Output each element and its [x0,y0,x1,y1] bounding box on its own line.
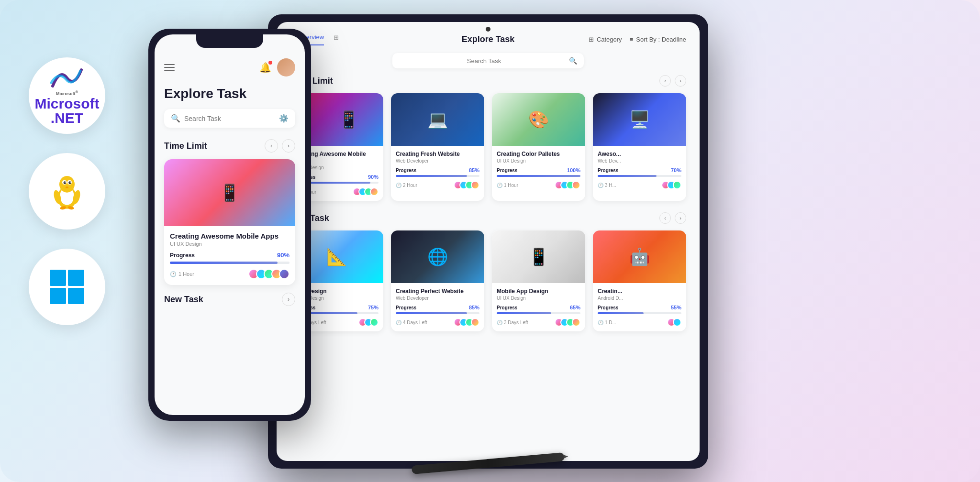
phone-header: 🔔 [164,58,295,77]
tablet-header: ⊞ Overview ⊞ Explore Task ⊞ Category [290,33,686,45]
tablet-second-section-header: New Task ‹ › [290,212,686,224]
tablet-card: 🎨 Creating Color Palletes UI UX Design P… [492,93,585,201]
phone-screen: 🔔 Explore Task 🔍 ⚙️ Time Limit ‹ › [155,34,305,415]
progress-percent: 90% [277,252,290,259]
tablet-next-arrow[interactable]: › [675,75,686,87]
tablet-header-right: ⊞ Category ≡ Sort By : Deadline [589,36,686,43]
tablet-card-image: 💻 [391,93,484,146]
time-limit-title: Time Limit [164,141,207,151]
search-input[interactable] [184,115,279,122]
progress-bar-bg [170,262,290,264]
prev-arrow[interactable]: ‹ [265,139,278,153]
tablet-page-title: Explore Task [462,34,515,44]
tablet-card: 💻 Creating Fresh Website Web Developer P… [391,93,484,201]
tab2-icon: ⊞ [334,34,339,41]
tablet-card: 🌐 Creating Perfect Website Web Developer… [391,230,484,331]
search-icon: 🔍 [171,114,180,123]
task-name: Creating Awesome Mobile Apps [170,232,290,240]
time-limit-nav: ‹ › [265,139,295,153]
clock-icon: 🕐 [170,271,177,277]
tablet-prev-arrow[interactable]: ‹ [659,75,671,87]
tablet-card-image: 🎨 [492,93,585,146]
task-avatars [248,269,290,279]
windows-icon [48,268,86,306]
sort-button[interactable]: ≡ Sort By : Deadline [630,36,686,43]
category-button[interactable]: ⊞ Category [589,36,622,43]
new-task-section: New Task › [164,293,295,306]
svg-point-8 [70,182,71,183]
notification-bell[interactable]: 🔔 [259,62,271,73]
tablet-card: 📱 Mobile App Design UI UX Design Progres… [492,230,585,331]
tab-second[interactable]: ⊞ [334,34,339,45]
tablet-card-partial: 🖥️ Aweso... Web Dev... Progress 70% 🕐3 H… [593,93,686,201]
task-time: 🕐 1 Hour [170,271,194,277]
time-limit-section-header: Time Limit ‹ › [164,139,295,153]
svg-rect-16 [50,288,66,304]
tech-logos-container: Microsoft® Microsoft .NET [29,57,105,325]
sort-icon: ≡ [630,36,634,43]
task-card: 📱 Creating Awesome Mobile Apps UI UX Des… [164,159,295,285]
tablet-second-next-arrow[interactable]: › [675,212,686,224]
svg-rect-15 [68,270,84,286]
svg-rect-17 [68,288,84,304]
phone-page-title: Explore Task [164,86,295,101]
svg-point-7 [65,182,66,183]
tablet-device: ⊞ Overview ⊞ Explore Task ⊞ Category [268,14,708,469]
tablet-card-partial: 🤖 Creatin... Android D... Progress 55% 🕐… [593,230,686,331]
task-category: UI UX Design [170,241,290,247]
phone-device: 🔔 Explore Task 🔍 ⚙️ Time Limit ‹ › [148,29,311,421]
dotnet-logo: Microsoft® Microsoft .NET [29,57,105,134]
tablet-search-bar[interactable]: 🔍 [392,53,584,68]
linux-penguin-icon [48,172,86,210]
tablet-time-limit-header: Time Limit ‹ › [290,75,686,87]
progress-bar-fill [170,262,278,264]
tablet-time-limit-nav: ‹ › [659,75,686,87]
tablet-search-input[interactable] [399,57,569,65]
tablet-camera [486,27,490,32]
next-arrow[interactable]: › [282,139,295,153]
menu-icon[interactable] [164,64,175,71]
tablet-second-prev-arrow[interactable]: ‹ [659,212,671,224]
progress-label: Progress [170,252,195,259]
windows-logo [29,249,105,325]
tablet-search-icon: 🔍 [569,57,577,65]
svg-point-2 [59,176,75,193]
tablet-top-cards: 📱 Creating Awesome Mobile Apps UI UX Des… [290,93,686,201]
phone-notch [196,34,263,48]
phone-search-bar[interactable]: 🔍 ⚙️ [164,109,295,128]
tablet-bottom-cards: 📐 App Design UI UX Design Progress 75% 🕐… [290,230,686,331]
filter-icon[interactable]: ⚙️ [279,114,289,123]
task-card-image: 📱 [164,159,295,226]
user-avatar[interactable] [277,58,295,77]
task-footer: 🕐 1 Hour [170,269,290,279]
new-task-title: New Task [164,295,203,305]
dotnet-icon [50,66,84,90]
svg-rect-14 [50,270,66,286]
avatar [279,269,290,279]
linux-logo [29,153,105,230]
category-icon: ⊞ [589,36,594,43]
tablet-screen: ⊞ Overview ⊞ Explore Task ⊞ Category [277,22,700,461]
new-task-next-arrow[interactable]: › [282,293,295,306]
